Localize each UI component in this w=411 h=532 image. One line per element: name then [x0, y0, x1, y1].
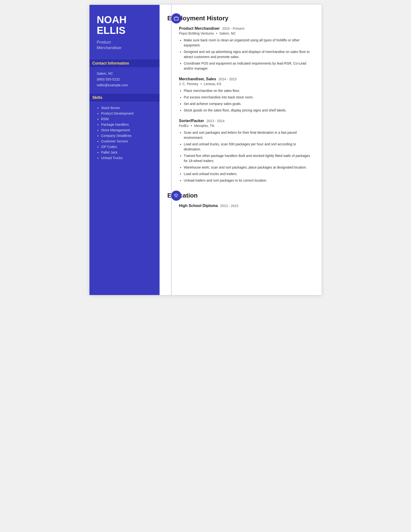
- edu-title-row: High School Diploma2013 - 2013: [179, 204, 312, 208]
- job-dates: 2014 - 2015: [219, 77, 237, 81]
- job-bullets: Make sure back room is clean an organize…: [179, 38, 312, 71]
- skills-section-header: Skills: [89, 94, 159, 102]
- employment-section: Employment History Product Merchandiser2…: [164, 15, 312, 183]
- bullet-sep: •: [199, 82, 203, 86]
- job-bullets: Scan and sort packages and letters for t…: [179, 130, 312, 183]
- job-dates: 2013 - 2014: [206, 119, 224, 123]
- job-bullet-item: Warehouse work; scan and sort packages; …: [184, 165, 312, 170]
- education-section: Education High School Diploma2013 - 2013: [164, 192, 312, 208]
- job-location: Lenexa, KS: [204, 82, 221, 86]
- candidate-name: NOAH ELLIS: [97, 15, 152, 36]
- skill-item: Unload Trucks: [101, 156, 152, 160]
- job-company: J. C. Penney: [179, 82, 198, 86]
- job-bullets: Place merchandise on the sales floor.Put…: [179, 88, 312, 113]
- job-title: Sorter/Packer: [179, 119, 204, 123]
- skill-item: Package Handlers: [101, 123, 152, 126]
- job-bullet-item: Place merchandise on the sales floor.: [184, 88, 312, 93]
- briefcase-icon: [171, 13, 181, 23]
- edu-entry: High School Diploma2013 - 2013: [179, 204, 312, 208]
- job-dates: 2015 - Present: [222, 27, 244, 30]
- job-block: Merchandiser, Sales2014 - 2015J. C. Penn…: [179, 77, 312, 113]
- skill-item: RSM: [101, 117, 152, 121]
- candidate-title: Product Merchandiser: [97, 40, 152, 51]
- job-title: Merchandiser, Sales: [179, 77, 216, 81]
- sidebar: NOAH ELLIS Product Merchandiser Contact …: [89, 5, 159, 295]
- job-bullet-item: Unload trailers and sort packages to its…: [184, 178, 312, 183]
- job-location: Memphis, TN: [194, 124, 214, 128]
- job-title: Product Merchandiser: [179, 26, 220, 31]
- skill-item: Customer Service: [101, 139, 152, 143]
- job-block: Sorter/Packer2013 - 2014FedEx • Memphis,…: [179, 119, 312, 183]
- jobs-block: Product Merchandiser2015 - PresentPepsi …: [179, 26, 312, 183]
- contact-section: Contact Information Salem, NC (660) 555-…: [97, 59, 152, 87]
- contact-location: Salem, NC: [97, 72, 152, 76]
- job-bullet-item: Load and unload trucks and trailers: [184, 171, 312, 177]
- contact-section-header: Contact Information: [89, 59, 159, 67]
- education-heading-row: Education: [164, 192, 312, 199]
- skills-section: Skills Stack BoxesProduct DevelopmentRSM…: [97, 94, 152, 160]
- edu-degree: High School Diploma: [179, 204, 218, 208]
- skill-item: ZIP Codes: [101, 145, 152, 149]
- contact-email: nellis@example.com: [97, 83, 152, 87]
- edu-dates: 2013 - 2013: [220, 204, 238, 208]
- employment-heading-row: Employment History: [164, 15, 312, 22]
- job-company: FedEx: [179, 124, 188, 128]
- main-content: Employment History Product Merchandiser2…: [159, 5, 322, 295]
- job-bullet-item: Put excess merchandise into back stock r…: [184, 95, 312, 100]
- job-company-row: Pepsi Bottling Ventures • Salem, NC: [179, 31, 312, 35]
- graduation-icon: [171, 190, 181, 201]
- skills-list: Stack BoxesProduct DevelopmentRSMPackage…: [97, 106, 152, 160]
- job-bullet-item: Trained five other package handlers Buil…: [184, 153, 312, 163]
- bullet-sep: •: [190, 124, 193, 128]
- job-title-row: Merchandiser, Sales2014 - 2015: [179, 77, 312, 81]
- skill-item: Company Deadlines: [101, 134, 152, 138]
- job-bullet-item: Coordinate POS and equipment as indicate…: [184, 61, 312, 71]
- job-company-row: FedEx • Memphis, TN: [179, 124, 312, 128]
- job-bullet-item: Set and achieve company sales goals.: [184, 101, 312, 106]
- resume-container: NOAH ELLIS Product Merchandiser Contact …: [89, 5, 322, 295]
- job-block: Product Merchandiser2015 - PresentPepsi …: [179, 26, 312, 71]
- job-company: Pepsi Bottling Ventures: [179, 31, 214, 35]
- skill-item: Store Management: [101, 128, 152, 132]
- job-company-row: J. C. Penney • Lenexa, KS: [179, 82, 312, 86]
- job-bullet-item: Designed and set up advertising signs an…: [184, 49, 312, 59]
- job-location: Salem, NC: [219, 31, 236, 35]
- bullet-sep: •: [215, 31, 218, 35]
- skill-item: Product Development: [101, 112, 152, 115]
- skill-item: Stack Boxes: [101, 106, 152, 110]
- job-bullet-item: Stock goods on the sales floor, display …: [184, 108, 312, 113]
- education-block: High School Diploma2013 - 2013: [179, 204, 312, 208]
- contact-phone: (660) 555-5232: [97, 77, 152, 81]
- job-bullet-item: Load and unload trucks, scan 500 package…: [184, 142, 312, 152]
- job-title-row: Product Merchandiser2015 - Present: [179, 26, 312, 31]
- job-bullet-item: Scan and sort packages and letters for t…: [184, 130, 312, 140]
- skill-item: Pallet Jack: [101, 150, 152, 154]
- job-bullet-item: Make sure back room is clean an organize…: [184, 38, 312, 48]
- job-title-row: Sorter/Packer2013 - 2014: [179, 119, 312, 123]
